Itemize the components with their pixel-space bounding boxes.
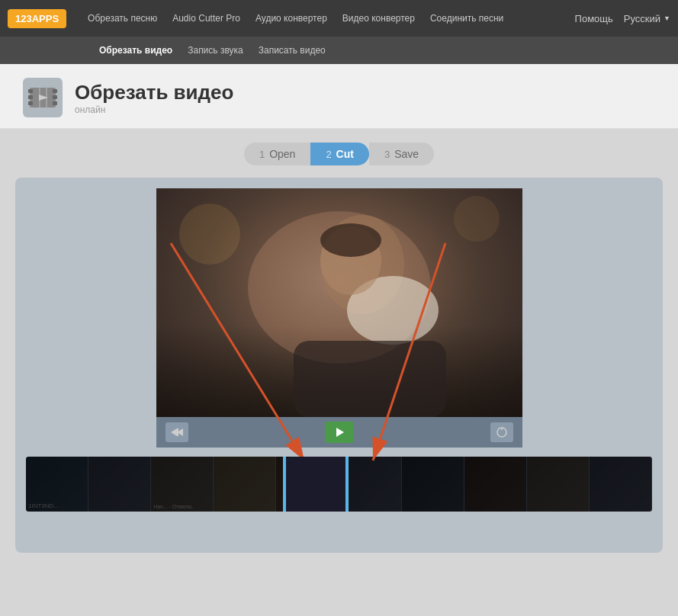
video-display: [156, 188, 522, 417]
nav-audio-cutter[interactable]: Audio Cutter Pro: [165, 0, 248, 37]
nav-record-video[interactable]: Записать видео: [251, 37, 333, 64]
nav-links: Обрезать песню Audio Cutter Pro Аудио ко…: [80, 0, 575, 37]
step2-label: Cut: [336, 148, 354, 160]
help-link[interactable]: Помощь: [575, 13, 613, 24]
svg-rect-13: [294, 341, 446, 417]
video-controls: [156, 417, 522, 448]
step2-num: 2: [326, 149, 331, 160]
step3-num: 3: [384, 149, 390, 160]
timeline-strip[interactable]: 1INT3ND... Нач... - Отмели..: [26, 457, 652, 512]
nav-cut-song[interactable]: Обрезать песню: [80, 0, 165, 37]
svg-rect-4: [53, 89, 57, 93]
timeline-overlay-right: [345, 457, 652, 512]
selected-region: [283, 457, 345, 512]
nav-cut-video[interactable]: Обрезать видео: [92, 37, 180, 64]
play-button[interactable]: [325, 422, 354, 443]
svg-point-16: [179, 204, 240, 265]
step3-label: Save: [394, 148, 419, 160]
step1-label: Open: [269, 148, 295, 160]
step-cut[interactable]: 2 Cut: [310, 143, 369, 165]
nav-record-audio[interactable]: Запись звука: [180, 37, 251, 64]
svg-marker-18: [171, 428, 177, 436]
timeline-section: 1INT3ND... Нач... - Отмели..: [26, 457, 652, 512]
svg-rect-2: [28, 95, 33, 99]
page-header: Обрезать видео онлайн: [0, 64, 678, 129]
start-handle[interactable]: 4:03.7: [283, 457, 286, 512]
main-content: 1 Open 2 Cut 3 Save: [0, 129, 678, 616]
nav-audio-converter[interactable]: Аудио конвертер: [248, 0, 335, 37]
rewind-button[interactable]: [165, 422, 188, 442]
video-overlay: [156, 188, 522, 417]
logo[interactable]: 123APPS: [8, 9, 66, 28]
nav-join-songs[interactable]: Соединить песни: [423, 0, 511, 37]
svg-rect-1: [28, 89, 33, 93]
page-subtitle: онлайн: [75, 104, 233, 115]
sub-nav: Обрезать видео Запись звука Записать вид…: [0, 37, 678, 64]
end-handle[interactable]: 4:36.2: [345, 457, 349, 512]
svg-point-15: [320, 223, 381, 257]
header-text: Обрезать видео онлайн: [75, 81, 233, 115]
step-save[interactable]: 3 Save: [369, 143, 434, 165]
svg-rect-5: [53, 95, 57, 99]
svg-rect-3: [28, 101, 33, 105]
nav-right: Помощь Русский: [575, 13, 670, 24]
svg-marker-21: [336, 428, 344, 437]
app-icon: [23, 78, 63, 117]
svg-rect-6: [53, 101, 57, 105]
steps-bar: 1 Open 2 Cut 3 Save: [15, 143, 663, 165]
timeline-overlay-left: [26, 457, 283, 512]
page-title: Обрезать видео: [75, 81, 233, 104]
svg-point-17: [454, 196, 500, 242]
video-panel: 1INT3ND... Нач... - Отмели..: [15, 178, 663, 553]
language-selector[interactable]: Русский: [624, 13, 670, 24]
step1-num: 1: [259, 149, 265, 160]
nav-video-converter[interactable]: Видео конвертер: [335, 0, 423, 37]
top-nav: 123APPS Обрезать песню Audio Cutter Pro …: [0, 0, 678, 37]
step-open[interactable]: 1 Open: [244, 143, 310, 165]
stop-button[interactable]: [490, 422, 513, 442]
